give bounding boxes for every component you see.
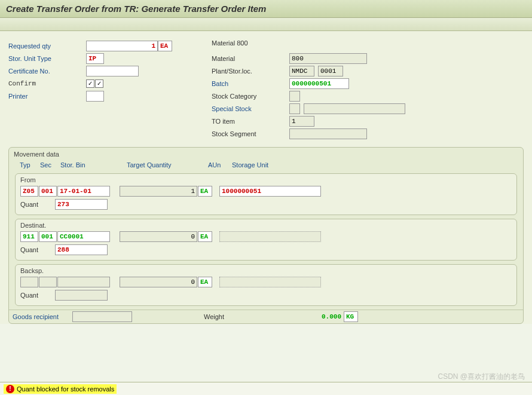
from-su-field[interactable]: [219, 186, 321, 197]
back-sec-field: [39, 277, 57, 287]
page-title: Create Transfer Order from TR: Generate …: [6, 4, 526, 14]
back-qty-field: [120, 277, 197, 287]
right-column: Material 800 Material Plant/Stor.loc. Ba…: [212, 39, 524, 140]
hdr-sec: Sec: [40, 161, 57, 169]
hdr-storage-unit: Storage Unit: [232, 161, 268, 169]
backsp-title: Backsp.: [20, 267, 512, 274]
movement-footer: Goods recipient Weight 0.000: [9, 310, 523, 323]
back-su-field: [219, 277, 321, 287]
watermark-text: CSDN @喜欢打酱油的老鸟: [438, 372, 525, 382]
error-banner: ! Quant blocked for stock removals: [4, 384, 117, 394]
goods-recipient-label: Goods recipient: [13, 313, 72, 320]
material-label: Material: [212, 55, 289, 62]
back-bin-field: [57, 277, 110, 287]
from-bin-field[interactable]: [57, 186, 110, 197]
hdr-aun: AUn: [208, 161, 228, 169]
dest-subgroup: Destinat. Quant: [15, 219, 517, 261]
weight-label: Weight: [204, 313, 276, 320]
certificate-no-field[interactable]: [86, 66, 139, 76]
confirm-check-2[interactable]: ✓: [95, 79, 103, 88]
material-field: [289, 53, 367, 64]
plant-field: [289, 66, 314, 76]
dest-sec-field[interactable]: [39, 231, 57, 242]
hdr-typ: Typ: [20, 161, 36, 169]
stock-segment-label: Stock Segment: [212, 130, 289, 137]
batch-label: Batch: [212, 80, 289, 87]
stock-category-field: [289, 91, 300, 102]
material-desc: Material 800: [212, 39, 289, 47]
toolbar: [0, 18, 532, 31]
requested-qty-field[interactable]: [86, 41, 158, 51]
batch-field[interactable]: [289, 78, 349, 89]
from-uom-field[interactable]: [198, 186, 212, 197]
dest-typ-field[interactable]: [20, 231, 38, 242]
confirm-label: Confirm: [8, 80, 86, 87]
requested-qty-uom-field[interactable]: [158, 41, 172, 51]
requested-qty-label: Requested qty: [8, 42, 86, 50]
back-uom-field[interactable]: [198, 277, 212, 287]
back-typ-field: [20, 277, 38, 287]
printer-field[interactable]: [86, 91, 104, 102]
back-quant-field: [55, 290, 108, 301]
dest-bin-field[interactable]: [57, 231, 110, 242]
dest-su-field: [219, 231, 321, 242]
movement-headers: Typ Sec Stor. Bin Target Quantity AUn St…: [9, 160, 523, 171]
goods-recipient-field: [72, 311, 132, 322]
back-quant-label: Quant: [20, 292, 55, 299]
movement-data-title: Movement data: [9, 148, 523, 160]
printer-label: Printer: [8, 93, 86, 100]
dest-quant-label: Quant: [20, 246, 55, 253]
dest-qty-field: [120, 231, 197, 242]
from-subgroup: From Quant: [15, 173, 517, 215]
from-sec-field[interactable]: [39, 186, 57, 197]
sloc-field: [318, 66, 343, 76]
dest-uom-field[interactable]: [198, 231, 212, 242]
stor-unit-type-label: Stor. Unit Type: [8, 55, 86, 62]
from-quant-field[interactable]: [55, 199, 108, 210]
title-bar: Create Transfer Order from TR: Generate …: [0, 0, 532, 18]
stock-category-label: Stock Category: [212, 93, 289, 100]
movement-data-group: Movement data Typ Sec Stor. Bin Target Q…: [8, 147, 524, 324]
dest-title: Destinat.: [20, 222, 512, 229]
hdr-bin: Stor. Bin: [60, 161, 123, 169]
certificate-no-label: Certificate No.: [8, 68, 86, 75]
from-quant-label: Quant: [20, 201, 55, 208]
special-stock-ref-field: [304, 103, 405, 114]
special-stock-field: [289, 103, 300, 114]
confirm-check-1[interactable]: ✓: [86, 79, 94, 88]
plant-sloc-label: Plant/Stor.loc.: [212, 68, 289, 75]
to-item-field: [289, 116, 314, 127]
to-item-label: TO item: [212, 118, 289, 125]
stock-segment-field: [289, 128, 367, 139]
header-form: Requested qty Stor. Unit Type Certificat…: [8, 39, 524, 140]
dest-quant-field[interactable]: [55, 244, 108, 255]
stor-unit-type-field[interactable]: [86, 53, 104, 64]
special-stock-label: Special Stock: [212, 105, 289, 112]
from-qty-field: [120, 186, 197, 197]
backsp-subgroup: Backsp. Quant: [15, 264, 517, 306]
weight-value: 0.000: [276, 313, 341, 320]
from-title: From: [20, 176, 512, 183]
left-column: Requested qty Stor. Unit Type Certificat…: [8, 39, 206, 140]
hdr-target-qty: Target Quantity: [127, 161, 204, 169]
status-message: Quant blocked for stock removals: [17, 385, 114, 393]
weight-uom-field[interactable]: [344, 311, 358, 322]
status-bar: ! Quant blocked for stock removals: [0, 382, 532, 395]
content-area: Requested qty Stor. Unit Type Certificat…: [0, 31, 532, 324]
error-icon: !: [6, 385, 14, 393]
from-typ-field[interactable]: [20, 186, 38, 197]
